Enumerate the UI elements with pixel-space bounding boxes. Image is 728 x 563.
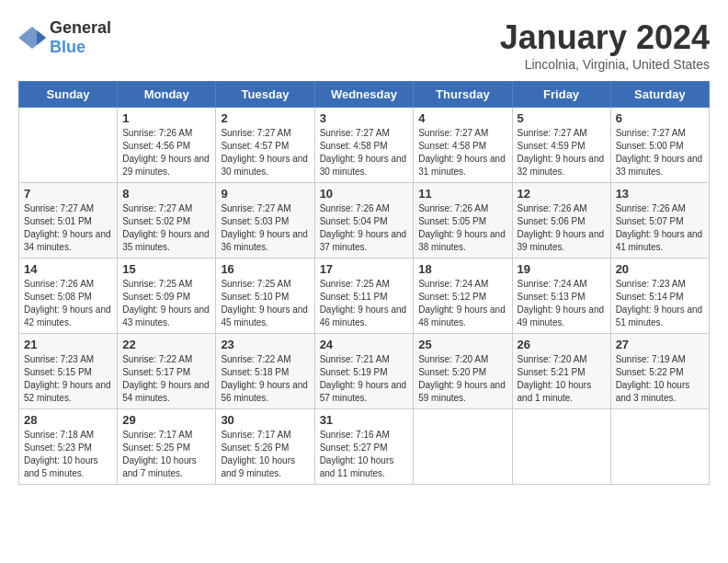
day-info: Sunrise: 7:26 AMSunset: 5:04 PMDaylight:… xyxy=(320,202,409,254)
header-thursday: Thursday xyxy=(414,82,512,108)
day-info: Sunrise: 7:27 AMSunset: 4:57 PMDaylight:… xyxy=(221,127,309,178)
day-info: Sunrise: 7:25 AMSunset: 5:10 PMDaylight:… xyxy=(221,278,309,329)
day-info: Sunrise: 7:26 AMSunset: 5:07 PMDaylight:… xyxy=(616,202,704,254)
calendar-cell: 19Sunrise: 7:24 AMSunset: 5:13 PMDayligh… xyxy=(512,259,610,334)
calendar-cell: 26Sunrise: 7:20 AMSunset: 5:21 PMDayligh… xyxy=(512,334,610,409)
calendar-cell xyxy=(414,409,512,485)
day-number: 27 xyxy=(616,338,704,351)
calendar-cell: 25Sunrise: 7:20 AMSunset: 5:20 PMDayligh… xyxy=(414,334,512,409)
day-info: Sunrise: 7:17 AMSunset: 5:26 PMDaylight:… xyxy=(221,429,309,480)
day-info: Sunrise: 7:27 AMSunset: 5:00 PMDaylight:… xyxy=(616,127,704,178)
calendar-cell: 8Sunrise: 7:27 AMSunset: 5:02 PMDaylight… xyxy=(118,183,216,259)
day-number: 26 xyxy=(518,338,606,351)
day-number: 19 xyxy=(518,262,606,276)
day-number: 28 xyxy=(24,413,112,427)
day-info: Sunrise: 7:22 AMSunset: 5:17 PMDaylight:… xyxy=(122,353,210,405)
day-info: Sunrise: 7:25 AMSunset: 5:09 PMDaylight:… xyxy=(122,278,210,329)
day-number: 24 xyxy=(320,338,409,351)
calendar-cell: 1Sunrise: 7:26 AMSunset: 4:56 PMDaylight… xyxy=(118,108,216,183)
calendar-cell: 28Sunrise: 7:18 AMSunset: 5:23 PMDayligh… xyxy=(19,409,118,485)
calendar-cell: 17Sunrise: 7:25 AMSunset: 5:11 PMDayligh… xyxy=(314,259,414,334)
day-info: Sunrise: 7:26 AMSunset: 5:06 PMDaylight:… xyxy=(518,202,606,254)
day-number: 13 xyxy=(616,187,704,201)
day-number: 9 xyxy=(221,187,309,201)
logo-icon xyxy=(18,27,46,49)
day-number: 15 xyxy=(122,262,210,276)
day-number: 25 xyxy=(418,338,506,351)
day-info: Sunrise: 7:23 AMSunset: 5:15 PMDaylight:… xyxy=(24,353,112,405)
day-number: 10 xyxy=(320,187,409,201)
calendar-cell: 15Sunrise: 7:25 AMSunset: 5:09 PMDayligh… xyxy=(118,259,216,334)
calendar-week-row: 1Sunrise: 7:26 AMSunset: 4:56 PMDaylight… xyxy=(19,108,710,183)
day-number: 20 xyxy=(616,262,704,276)
day-number: 22 xyxy=(122,338,210,351)
day-number: 6 xyxy=(616,111,704,125)
day-info: Sunrise: 7:24 AMSunset: 5:12 PMDaylight:… xyxy=(418,278,506,329)
calendar-cell: 24Sunrise: 7:21 AMSunset: 5:19 PMDayligh… xyxy=(314,334,414,409)
calendar-cell: 3Sunrise: 7:27 AMSunset: 4:58 PMDaylight… xyxy=(314,108,414,183)
header-friday: Friday xyxy=(512,82,610,108)
calendar-cell: 11Sunrise: 7:26 AMSunset: 5:05 PMDayligh… xyxy=(414,183,512,259)
day-info: Sunrise: 7:20 AMSunset: 5:21 PMDaylight:… xyxy=(518,353,606,405)
day-number: 1 xyxy=(122,111,210,125)
header-monday: Monday xyxy=(118,82,216,108)
day-number: 4 xyxy=(418,111,506,125)
location: Lincolnia, Virginia, United States xyxy=(500,57,710,72)
weekday-header-row: Sunday Monday Tuesday Wednesday Thursday… xyxy=(19,82,710,108)
day-number: 23 xyxy=(221,338,309,351)
calendar-cell: 31Sunrise: 7:16 AMSunset: 5:27 PMDayligh… xyxy=(314,409,414,485)
day-info: Sunrise: 7:27 AMSunset: 4:58 PMDaylight:… xyxy=(320,127,409,178)
day-info: Sunrise: 7:27 AMSunset: 5:03 PMDaylight:… xyxy=(221,202,309,254)
page-header: General Blue January 2024 Lincolnia, Vir… xyxy=(18,18,710,72)
calendar-cell: 6Sunrise: 7:27 AMSunset: 5:00 PMDaylight… xyxy=(610,108,709,183)
day-info: Sunrise: 7:27 AMSunset: 4:59 PMDaylight:… xyxy=(518,127,606,178)
day-info: Sunrise: 7:26 AMSunset: 5:05 PMDaylight:… xyxy=(418,202,506,254)
day-number: 29 xyxy=(122,413,210,427)
day-info: Sunrise: 7:26 AMSunset: 4:56 PMDaylight:… xyxy=(122,127,210,178)
day-number: 7 xyxy=(24,187,112,201)
calendar-cell: 21Sunrise: 7:23 AMSunset: 5:15 PMDayligh… xyxy=(19,334,118,409)
day-info: Sunrise: 7:27 AMSunset: 5:02 PMDaylight:… xyxy=(122,202,210,254)
calendar-cell: 9Sunrise: 7:27 AMSunset: 5:03 PMDaylight… xyxy=(216,183,314,259)
calendar-week-row: 7Sunrise: 7:27 AMSunset: 5:01 PMDaylight… xyxy=(19,183,710,259)
logo-blue: Blue xyxy=(50,38,85,56)
day-info: Sunrise: 7:25 AMSunset: 5:11 PMDaylight:… xyxy=(320,278,409,329)
day-info: Sunrise: 7:23 AMSunset: 5:14 PMDaylight:… xyxy=(616,278,704,329)
day-number: 2 xyxy=(221,111,309,125)
day-number: 11 xyxy=(418,187,506,201)
calendar-cell: 2Sunrise: 7:27 AMSunset: 4:57 PMDaylight… xyxy=(216,108,314,183)
day-number: 5 xyxy=(518,111,606,125)
logo-general: General xyxy=(50,18,111,37)
calendar-cell: 22Sunrise: 7:22 AMSunset: 5:17 PMDayligh… xyxy=(118,334,216,409)
day-number: 16 xyxy=(221,262,309,276)
calendar-cell: 14Sunrise: 7:26 AMSunset: 5:08 PMDayligh… xyxy=(19,259,118,334)
calendar-cell: 13Sunrise: 7:26 AMSunset: 5:07 PMDayligh… xyxy=(610,183,709,259)
day-info: Sunrise: 7:17 AMSunset: 5:25 PMDaylight:… xyxy=(122,429,210,480)
calendar-table: Sunday Monday Tuesday Wednesday Thursday… xyxy=(18,81,710,485)
day-number: 8 xyxy=(122,187,210,201)
day-info: Sunrise: 7:16 AMSunset: 5:27 PMDaylight:… xyxy=(320,429,409,480)
calendar-cell xyxy=(19,108,118,183)
day-number: 21 xyxy=(24,338,112,351)
day-info: Sunrise: 7:18 AMSunset: 5:23 PMDaylight:… xyxy=(24,429,112,480)
day-info: Sunrise: 7:21 AMSunset: 5:19 PMDaylight:… xyxy=(320,353,409,405)
calendar-cell xyxy=(610,409,709,485)
calendar-cell: 10Sunrise: 7:26 AMSunset: 5:04 PMDayligh… xyxy=(314,183,414,259)
day-number: 30 xyxy=(221,413,309,427)
calendar-cell: 23Sunrise: 7:22 AMSunset: 5:18 PMDayligh… xyxy=(216,334,314,409)
calendar-cell: 12Sunrise: 7:26 AMSunset: 5:06 PMDayligh… xyxy=(512,183,610,259)
calendar-cell: 30Sunrise: 7:17 AMSunset: 5:26 PMDayligh… xyxy=(216,409,314,485)
day-info: Sunrise: 7:24 AMSunset: 5:13 PMDaylight:… xyxy=(518,278,606,329)
calendar-week-row: 28Sunrise: 7:18 AMSunset: 5:23 PMDayligh… xyxy=(19,409,710,485)
day-number: 17 xyxy=(320,262,409,276)
day-number: 12 xyxy=(518,187,606,201)
header-sunday: Sunday xyxy=(19,82,118,108)
logo: General Blue xyxy=(18,18,111,57)
calendar-week-row: 21Sunrise: 7:23 AMSunset: 5:15 PMDayligh… xyxy=(19,334,710,409)
title-area: January 2024 Lincolnia, Virginia, United… xyxy=(500,18,710,72)
day-info: Sunrise: 7:22 AMSunset: 5:18 PMDaylight:… xyxy=(221,353,309,405)
calendar-cell: 20Sunrise: 7:23 AMSunset: 5:14 PMDayligh… xyxy=(610,259,709,334)
calendar-cell: 16Sunrise: 7:25 AMSunset: 5:10 PMDayligh… xyxy=(216,259,314,334)
calendar-cell: 7Sunrise: 7:27 AMSunset: 5:01 PMDaylight… xyxy=(19,183,118,259)
header-tuesday: Tuesday xyxy=(216,82,314,108)
